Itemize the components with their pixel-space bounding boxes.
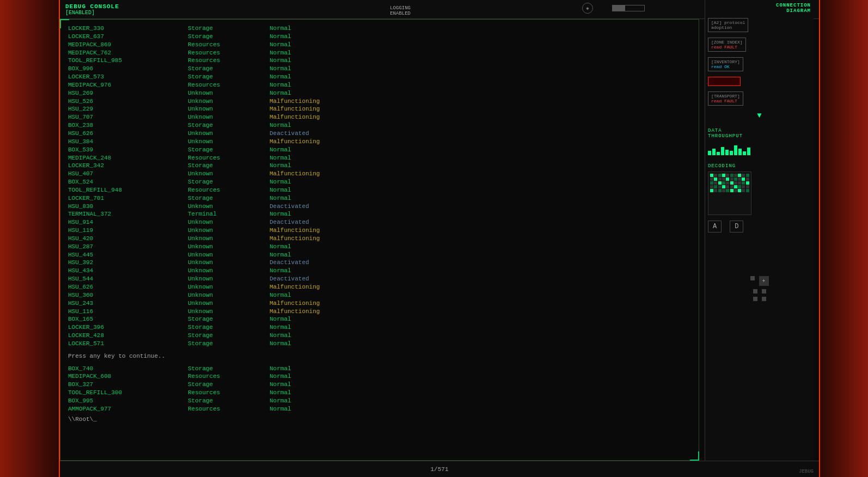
nav-dot — [762, 289, 766, 293]
conn-item-inventory: [INVENTORY] read OK — [708, 57, 811, 74]
dp — [742, 185, 745, 188]
dp — [714, 185, 717, 188]
dp — [722, 174, 725, 177]
tbar-8 — [738, 149, 742, 155]
right-panel: CONNECTIONDIAGRAM [A2] protocoladoption … — [705, 0, 814, 477]
dp — [718, 174, 722, 177]
tbar-5 — [725, 150, 729, 155]
data-throughput-title: DATATHROUGHPUT — [708, 128, 811, 139]
table-row: LOCKER_428 Storage Normal — [68, 332, 691, 340]
nav-dot — [753, 289, 757, 293]
dp — [742, 178, 745, 181]
conn-item-zone: [ZONE INDEX] read FAULT — [708, 38, 811, 54]
dp — [710, 189, 713, 192]
top-right-icons: ◈ LOGGING ENABLED — [582, 3, 645, 14]
down-arrow: ▼ — [708, 111, 811, 120]
table-row: HSU_526 Unknown Malfunctioning — [68, 97, 691, 106]
conn-box-zone: [ZONE INDEX] read FAULT — [708, 38, 746, 52]
table-row: HSU_243 Unknown Malfunctioning — [68, 299, 691, 308]
table-row: HSU_384 Unknown Malfunctioning — [68, 138, 691, 146]
table-row: BOX_539 Storage Normal — [68, 146, 691, 154]
nav-row1: + — [708, 276, 811, 286]
table-row: LOCKER_330 Storage Normal — [68, 25, 691, 33]
table-row: LOCKER_342 Storage Normal — [68, 162, 691, 170]
bottom-bar: 1/571 — [60, 461, 819, 477]
table-row: HSU_287 Unknown Normal — [68, 243, 691, 251]
table-row: MEDIPACK_248 Resources Normal — [68, 154, 691, 162]
table-row: HSU_392 Unknown Deactivated — [68, 259, 691, 267]
a-button[interactable]: A — [708, 221, 722, 233]
conn-box-transport: [TRANSPORT] read FAULT — [708, 91, 743, 106]
conn-box-a2: [A2] protocoladoption — [708, 18, 748, 32]
dp — [738, 185, 741, 188]
table-row: BOX_996 Storage Normal — [68, 65, 691, 73]
tbar-3 — [717, 152, 720, 155]
table-row: HSU_434 Unknown Normal — [68, 267, 691, 275]
table-row: LOCKER_396 Storage Normal — [68, 323, 691, 332]
table-row: LOCKER_571 Storage Normal — [68, 340, 691, 348]
table-row: HSU_445 Unknown Normal — [68, 251, 691, 259]
table-row: LOCKER_701 Storage Normal — [68, 194, 691, 203]
nav-up[interactable]: + — [759, 276, 769, 286]
nav-section: + — [708, 276, 811, 301]
dp — [734, 189, 737, 192]
table-row: TOOL_REFILL_300 Resources Normal — [68, 389, 691, 397]
dp — [746, 174, 749, 177]
table-row: HSU_360 Unknown Normal — [68, 291, 691, 299]
conn-item-transport: [TRANSPORT] read FAULT — [708, 91, 811, 108]
decoding-section: DECODING A D + — [708, 163, 811, 301]
signal-bar — [612, 5, 645, 11]
watermark: JEBUG — [799, 469, 814, 474]
dp — [710, 174, 713, 177]
tbar-2 — [712, 149, 716, 155]
table-row: HSU_269 Unknown Normal — [68, 89, 691, 97]
dp — [730, 181, 733, 185]
tbar-1 — [708, 151, 711, 155]
dp — [718, 189, 722, 192]
decoding-pixels — [708, 172, 751, 194]
dp — [718, 185, 722, 188]
left-side-panel — [0, 0, 60, 477]
debug-console-label: DEBUG CONSOLE — [65, 3, 119, 10]
table-row: HSU_830 Unknown Deactivated — [68, 203, 691, 211]
nav-dot — [750, 276, 755, 280]
dp — [730, 174, 733, 177]
conn-box-red — [708, 77, 741, 86]
dp — [722, 181, 725, 185]
dp — [738, 178, 741, 181]
dp — [710, 178, 713, 181]
dp — [722, 185, 725, 188]
d-button[interactable]: D — [730, 221, 743, 233]
dp — [734, 181, 737, 185]
table-row: HSU_229 Unknown Malfunctioning — [68, 105, 691, 113]
tbar-4 — [721, 147, 724, 155]
table-row: LOCKER_573 Storage Normal — [68, 73, 691, 81]
table-row: HSU_626 Unknown Malfunctioning — [68, 283, 691, 291]
tbar-7 — [734, 145, 737, 155]
dp — [714, 189, 717, 192]
dp — [726, 174, 729, 177]
table-row: MEDIPACK_762 Resources Normal — [68, 49, 691, 57]
data-throughput-section: DATATHROUGHPUT — [708, 128, 811, 155]
table-row: BOX_740 Storage Normal — [68, 365, 691, 373]
dp — [726, 178, 729, 181]
dp — [726, 181, 729, 185]
nav-row2 — [708, 289, 811, 293]
table-row: BOX_995 Storage Normal — [68, 397, 691, 405]
table-row: HSU_914 Unknown Deactivated — [68, 218, 691, 227]
tbar-9 — [743, 151, 746, 155]
table-row: MEDIPACK_869 Resources Normal — [68, 41, 691, 49]
dp — [714, 181, 717, 185]
table-row: BOX_524 Storage Normal — [68, 178, 691, 186]
dp — [738, 189, 741, 192]
dp — [734, 178, 737, 181]
dp — [738, 174, 741, 177]
conn-box-inventory: [INVENTORY] read OK — [708, 57, 743, 71]
tbar-10 — [747, 148, 750, 155]
throughput-bars — [708, 142, 811, 155]
dp — [746, 178, 749, 181]
table-row: LOCKER_637 Storage Normal — [68, 33, 691, 41]
dp — [722, 178, 725, 181]
console-area: LOCKER_330 Storage Normal LOCKER_637 Sto… — [60, 19, 699, 461]
dp — [734, 174, 737, 177]
